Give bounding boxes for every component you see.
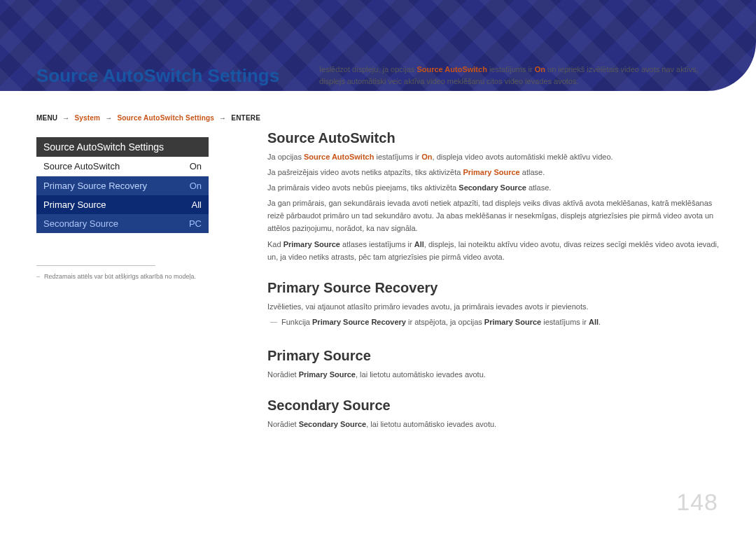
text: Norādiet (267, 420, 299, 428)
section-paragraph: Ja gan primārais, gan sekundārais ievada… (267, 197, 722, 234)
section-paragraph: Ja pašreizējais video avots netiks atpaz… (267, 166, 722, 178)
section-source-autoswitch: Source AutoSwitch Ja opcijas Source Auto… (267, 130, 722, 263)
text: atlase. (520, 168, 545, 176)
crumb-menu: MENU (36, 114, 57, 122)
breadcrumb: MENU → System → Source AutoSwitch Settin… (36, 114, 722, 122)
text: , displeja video avots automātiski meklē… (433, 153, 613, 161)
text: atlase. (526, 183, 551, 192)
crumb-sep: → (219, 114, 226, 122)
menu-panel: Source AutoSwitch Settings Source AutoSw… (36, 137, 209, 233)
section-heading: Source AutoSwitch (267, 130, 722, 146)
menu-row-label: Primary Source Recovery (43, 181, 147, 191)
bold: Secondary Source (299, 420, 367, 428)
bold: Secondary Source (458, 183, 526, 192)
intro-text: Ieslēdzot displeju, ja opcijas (319, 65, 416, 73)
section-primary-source-recovery: Primary Source Recovery Izvēlieties, vai… (267, 280, 722, 331)
menu-row-primary-recovery[interactable]: Primary Source Recovery On (36, 176, 209, 195)
section-paragraph: Ja primārais video avots nebūs pieejams,… (267, 181, 722, 194)
text: atlases iestatījums ir (340, 240, 414, 248)
section-heading: Primary Source Recovery (267, 280, 722, 296)
bold: Primary Source Recovery (312, 318, 406, 326)
menu-row-label: Secondary Source (43, 218, 118, 229)
list-item: ― Funkcija Primary Source Recovery ir at… (270, 316, 722, 331)
columns: Source AutoSwitch Settings Source AutoSw… (36, 130, 722, 448)
menu-row-primary-source[interactable]: Primary Source All (36, 195, 209, 214)
footnote-divider (36, 265, 155, 266)
crumb-enter: ENTER (231, 114, 255, 122)
footnote-text: Redzamais attēls var būt atšķirīgs atkar… (44, 273, 196, 280)
menu-row-value: On (190, 161, 202, 171)
menu-screenshot: Source AutoSwitch Settings Source AutoSw… (36, 137, 239, 233)
content-area: Source AutoSwitch Settings Ieslēdzot dis… (36, 66, 722, 447)
footnote-dash: – (36, 273, 40, 280)
footnote: – Redzamais attēls var būt atšķirīgs atk… (36, 273, 239, 280)
left-column: Source AutoSwitch Settings Source AutoSw… (36, 130, 239, 448)
crumb-system: System (74, 114, 100, 122)
text: iestatījums ir (374, 153, 421, 161)
text: Norādiet (267, 370, 299, 379)
section-heading: Secondary Source (267, 398, 722, 414)
enter-e-icon: E (255, 114, 260, 122)
crumb-sep: → (105, 114, 112, 122)
highlight: Source AutoSwitch (304, 153, 374, 161)
section-paragraph: Izvēlieties, vai atjaunot atlasīto primā… (267, 300, 722, 313)
section-paragraph: Funkcija Primary Source Recovery ir atsp… (281, 316, 601, 328)
text: , lai lietotu automātisko ievades avotu. (366, 420, 496, 428)
page-root: Source AutoSwitch Settings Ieslēdzot dis… (0, 0, 756, 534)
bold: All (414, 240, 424, 248)
highlight: Primary Source (463, 168, 519, 176)
intro-highlight-2: On (535, 65, 545, 73)
section-paragraph: Norādiet Secondary Source, lai lietotu a… (267, 418, 722, 430)
text: Ja pašreizējais video avots netiks atpaz… (267, 168, 463, 176)
section-paragraph: Norādiet Primary Source, lai lietotu aut… (267, 368, 722, 381)
menu-row-label: Primary Source (43, 199, 106, 210)
crumb-sep: → (62, 114, 69, 122)
section-secondary-source: Secondary Source Norādiet Secondary Sour… (267, 398, 722, 430)
section-primary-source: Primary Source Norādiet Primary Source, … (267, 348, 722, 381)
menu-row-secondary-source[interactable]: Secondary Source PC (36, 214, 209, 233)
menu-row-autoswitch[interactable]: Source AutoSwitch On (36, 157, 209, 176)
text: ir atspējota, ja opcijas (406, 318, 484, 326)
intro-text: iestatījums ir (487, 65, 535, 73)
bold: All (589, 318, 598, 326)
text: , lai lietotu automātisko ievades avotu. (356, 370, 486, 379)
menu-row-value: PC (189, 218, 202, 229)
menu-row-label: Source AutoSwitch (43, 161, 120, 171)
intro-highlight-1: Source AutoSwitch (416, 65, 486, 73)
bold: Primary Source (299, 370, 356, 379)
highlight: On (421, 153, 432, 161)
text: Ja primārais video avots nebūs pieejams,… (267, 183, 458, 192)
text: iestatījums ir (541, 318, 589, 326)
bullet-icon: ― (270, 316, 277, 331)
right-column: Source AutoSwitch Ja opcijas Source Auto… (267, 130, 722, 448)
text: Kad (267, 240, 284, 248)
intro-paragraph: Ieslēdzot displeju, ja opcijas Source Au… (319, 64, 722, 87)
bold: Primary Source (484, 318, 541, 326)
text: Funkcija (281, 318, 312, 326)
menu-row-value: On (190, 181, 202, 191)
sublist: ― Funkcija Primary Source Recovery ir at… (267, 316, 722, 331)
menu-row-value: All (192, 199, 202, 210)
crumb-current: Source AutoSwitch Settings (117, 114, 214, 122)
section-paragraph: Kad Primary Source atlases iestatījums i… (267, 238, 722, 263)
text: . (598, 318, 601, 326)
text: Ja opcijas (267, 153, 304, 161)
section-heading: Primary Source (267, 348, 722, 364)
page-number: 148 (676, 489, 718, 516)
bold: Primary Source (284, 240, 340, 248)
section-paragraph: Ja opcijas Source AutoSwitch iestatījums… (267, 150, 722, 163)
menu-title: Source AutoSwitch Settings (36, 137, 209, 157)
